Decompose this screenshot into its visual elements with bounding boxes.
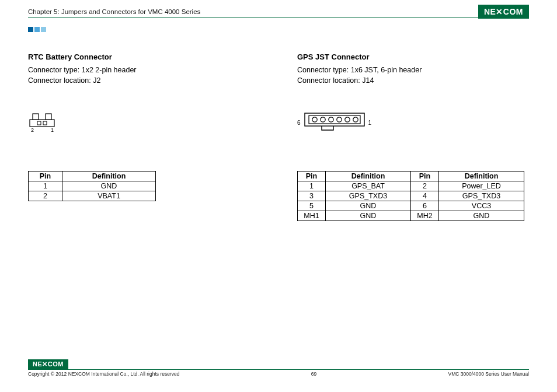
cell-definition: VCC3 — [439, 201, 524, 211]
square-icon — [34, 27, 40, 32]
connector-1x6-icon — [304, 113, 365, 132]
page-number: 69 — [180, 371, 448, 377]
cell-pin: 2 — [29, 191, 62, 201]
page-header: Chapter 5: Jumpers and Connectors for VM… — [28, 8, 529, 18]
col-header-definition: Definition — [439, 172, 524, 181]
rtc-pin-table: Pin Definition 1 GND 2 VBAT1 — [28, 171, 156, 201]
gps-jst-section: GPS JST Connector Connector type: 1x6 JS… — [297, 52, 529, 221]
cell-pin: 1 — [298, 181, 326, 191]
connector-type-line: Connector type: 1x6 JST, 6-pin header — [297, 65, 529, 75]
pin-label-1: 1 — [368, 120, 372, 126]
cell-pin: 1 — [29, 181, 62, 191]
col-header-pin: Pin — [411, 172, 439, 181]
section-title: GPS JST Connector — [297, 52, 529, 61]
cell-definition: GPS_TXD3 — [439, 191, 524, 201]
connector-location-line: Connector location: J14 — [297, 75, 529, 86]
rtc-battery-section: RTC Battery Connector Connector type: 1x… — [28, 52, 260, 221]
svg-point-12 — [353, 117, 357, 122]
svg-rect-0 — [30, 120, 54, 127]
cell-definition: GND — [439, 211, 524, 221]
table-row: 1 GPS_BAT 2 Power_LED — [298, 181, 524, 191]
svg-rect-2 — [43, 121, 47, 125]
cell-pin: 2 — [411, 181, 439, 191]
cell-pin: MH1 — [298, 211, 326, 221]
gps-pin-table: Pin Definition Pin Definition 1 GPS_BAT … — [297, 171, 524, 221]
table-row: 2 VBAT1 — [29, 191, 156, 201]
cell-pin: MH2 — [411, 211, 439, 221]
decorative-squares — [28, 27, 46, 32]
table-row: 3 GPS_TXD3 4 GPS_TXD3 — [298, 191, 524, 201]
col-header-definition: Definition — [62, 172, 156, 181]
pin-label-2: 2 — [31, 127, 34, 133]
cell-definition: GPS_TXD3 — [326, 191, 411, 201]
col-header-definition: Definition — [326, 172, 411, 181]
square-icon — [28, 27, 33, 32]
table-header-row: Pin Definition — [29, 172, 156, 181]
svg-rect-5 — [305, 113, 364, 126]
chapter-title: Chapter 5: Jumpers and Connectors for VM… — [28, 8, 529, 15]
svg-rect-1 — [37, 121, 41, 125]
cell-definition: Power_LED — [439, 181, 524, 191]
svg-rect-6 — [309, 116, 360, 124]
brand-logo-top: NE✕COM — [478, 5, 529, 19]
cell-pin: 3 — [298, 191, 326, 201]
page-footer: NE✕COM Copyright © 2012 NEXCOM Internati… — [28, 358, 529, 377]
square-icon — [41, 27, 46, 32]
section-title: RTC Battery Connector — [28, 52, 260, 61]
cell-pin: 5 — [298, 201, 326, 211]
cell-definition: GND — [326, 201, 411, 211]
pin-label-1: 1 — [51, 127, 54, 133]
connector-type-line: Connector type: 1x2 2-pin header — [28, 65, 260, 75]
brand-logo-bottom: NE✕COM — [28, 359, 68, 369]
connector-diagram-1x2: 2 1 — [28, 110, 260, 142]
cell-definition: GND — [326, 211, 411, 221]
manual-title: VMC 3000/4000 Series User Manual — [448, 371, 529, 377]
svg-point-10 — [336, 117, 341, 122]
table-row: 5 GND 6 VCC3 — [298, 201, 524, 211]
header-divider — [28, 18, 529, 18]
footer-divider — [28, 369, 529, 370]
pin-label-6: 6 — [297, 120, 301, 126]
table-row: MH1 GND MH2 GND — [298, 211, 524, 221]
col-header-pin: Pin — [29, 172, 62, 181]
svg-point-7 — [312, 117, 316, 122]
footer-text-line: Copyright © 2012 NEXCOM International Co… — [28, 371, 529, 377]
cell-definition: GPS_BAT — [326, 181, 411, 191]
svg-point-9 — [328, 117, 333, 122]
cell-definition: VBAT1 — [62, 191, 156, 201]
table-header-row: Pin Definition Pin Definition — [298, 172, 524, 181]
connector-diagram-1x6: 6 1 — [297, 110, 529, 142]
svg-point-8 — [320, 117, 325, 122]
copyright-text: Copyright © 2012 NEXCOM International Co… — [28, 371, 180, 377]
svg-point-11 — [344, 117, 349, 122]
col-header-pin: Pin — [298, 172, 326, 181]
cell-definition: GND — [62, 181, 156, 191]
cell-pin: 6 — [411, 201, 439, 211]
svg-rect-4 — [46, 114, 51, 120]
table-row: 1 GND — [29, 181, 156, 191]
cell-pin: 4 — [411, 191, 439, 201]
connector-location-line: Connector location: J2 — [28, 75, 260, 86]
main-content: RTC Battery Connector Connector type: 1x… — [28, 52, 529, 221]
svg-rect-3 — [33, 114, 39, 120]
connector-1x2-icon: 2 1 — [29, 110, 61, 134]
